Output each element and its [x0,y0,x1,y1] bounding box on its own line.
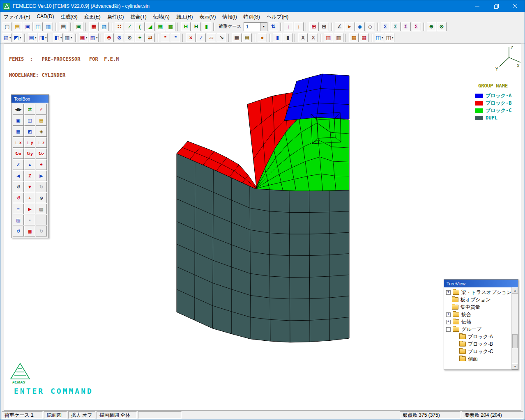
node-spray-button[interactable]: * [171,33,180,42]
beam-section-h-button[interactable]: H [181,22,191,31]
node-create-button[interactable]: ∷ [115,22,124,31]
menu-item-12[interactable]: ヘルプ(H) [263,12,292,21]
open-file-button[interactable]: ▤ [13,22,22,31]
section-bar-2-button[interactable]: ▮ [283,33,292,42]
animation-button[interactable]: ▧ [99,22,109,31]
pan-move-button[interactable]: + [24,193,35,203]
load-case-step-button[interactable]: ⇅ [269,22,278,31]
pan-view-button[interactable]: + [135,33,145,42]
menu-item-6[interactable]: 接合(T) [127,12,150,21]
fill-display-2-button[interactable]: ▩ [359,33,369,42]
anim-step-button[interactable]: ◀▶ [13,104,24,115]
close-button[interactable] [506,0,525,12]
pan-hand-button[interactable]: ◈ [36,126,47,137]
view-left-button[interactable]: ◀ [13,170,24,181]
pressure-table-button[interactable]: ⊞ [320,22,329,31]
pick-window-button[interactable]: ◩ [24,126,35,137]
delete-entity-button[interactable]: × [186,33,196,42]
menu-item-11[interactable]: 特別(S) [240,12,263,21]
menu-item-10[interactable]: 情報(I) [219,12,240,21]
rotate-y-button[interactable]: ↻y [24,148,35,159]
mass-table-2-button[interactable]: ▥ [334,33,343,42]
tree-item[interactable]: ブロック-C [444,348,511,355]
surface-create-button[interactable]: ◢ [145,22,155,31]
rotate-free-button[interactable]: ↺ [13,193,24,203]
tree-item[interactable]: 集中質量 [444,303,511,311]
mesh-create-button[interactable]: ▦ [156,22,165,31]
tree-item[interactable]: ブロック-A [444,333,511,340]
load-delete-button[interactable]: ↓ [294,22,304,31]
load-apply-button[interactable]: ↓ [284,22,293,31]
util-a-button[interactable]: ⊕ [427,22,436,31]
merge-nodes-button[interactable]: ⊕ [104,33,114,42]
group-display-button[interactable]: ▦▾ [79,33,88,42]
scroll-thumb[interactable] [512,334,518,348]
bar-section-button[interactable]: ▮ [202,22,211,31]
entity-display-button[interactable]: ◨▾ [38,33,48,42]
tree-item[interactable]: -グループ [444,326,511,333]
capture-image-button[interactable]: ▣ [74,22,83,31]
view-up-button[interactable]: ▲ [24,159,35,170]
modify-shape-button[interactable]: ▱ [207,33,216,42]
coordinate-transform-button[interactable]: ⇄ [145,33,155,42]
paste-window-button[interactable]: ▤ [36,115,47,126]
tree-item[interactable]: +接合 [444,311,511,318]
menu-item-8[interactable]: 施工(R) [173,12,196,21]
redraw-button[interactable]: ▦ [89,22,99,31]
data-table-button[interactable]: ▦ [232,33,242,42]
viewport[interactable]: ZYXFEMAS FEMIS : PRE-PROCESSOR FOR F.E.M… [4,43,521,411]
export-file-button[interactable]: ▥ [44,22,53,31]
calc-sum-button[interactable]: Σ [381,22,390,31]
treeview-title[interactable]: TreeView [444,280,518,287]
color-wheel-button[interactable]: ● [258,33,267,42]
print-view-button[interactable]: ▤ [36,204,47,214]
menu-item-7[interactable]: 伝熱(A) [150,12,173,21]
play-macro-button[interactable]: ▶ [24,204,35,214]
tree-item[interactable]: +伝熱 [444,318,511,326]
equivalence-check-button[interactable]: ⊗ [115,33,124,42]
tree-expander[interactable]: + [446,290,451,295]
save-file-button[interactable]: ▣ [23,22,32,31]
zoom-step-button[interactable]: ± [36,159,47,170]
scroll-down-button[interactable]: ▼ [512,363,518,370]
view-zx-button[interactable]: ∟x [13,137,24,148]
memo-note-button[interactable]: ▤ [242,33,252,42]
extra-tool-2-button[interactable]: ◫▾ [385,33,394,42]
menu-item-5[interactable]: 条件(C) [104,12,127,21]
rotate-x-button[interactable]: ↻x [13,148,24,159]
view-right-button[interactable]: ▶ [36,170,47,181]
menu-item-2[interactable]: CAD(D) [33,12,57,21]
axis-z-button[interactable]: Z [24,170,35,181]
save-view-button[interactable]: ◫ [33,22,43,31]
copy-multi-button[interactable]: ◫ [24,115,35,126]
scroll-track[interactable] [512,294,518,363]
rotate-z-button[interactable]: ↻z [36,148,47,159]
mass-table-1-button[interactable]: ▥ [324,33,333,42]
combo-dropdown-icon[interactable]: ▾ [260,23,267,31]
color-display-button[interactable]: ▦ [24,226,35,236]
tree-item[interactable]: +梁・トラスオプション [444,289,511,296]
tree-expander[interactable]: + [446,312,451,317]
shrink-display-button[interactable]: ◧▾ [53,33,63,42]
menu-item-3[interactable]: 生成(G) [57,12,81,21]
tree-expander[interactable]: + [446,320,451,324]
list-output-button[interactable]: ≡ [13,204,24,214]
group-color-button[interactable]: ▨▾ [89,33,99,42]
apply-check-button[interactable]: ✓ [36,104,47,115]
render-mode-button[interactable]: ◩▾ [13,33,22,42]
cut-entity-1-button[interactable]: X [298,33,308,42]
move-entity-button[interactable]: ↘ [217,33,226,42]
arc-create-button[interactable]: ( [135,22,145,31]
tree-scrollbar[interactable]: ▲ ▼ [511,287,518,370]
hatch-display-button[interactable]: ▨ [13,215,24,225]
measure-angle-button[interactable]: ∠ [335,22,344,31]
load-case-combobox[interactable]: 1▾ [244,22,267,31]
util-b-button[interactable]: ⊗ [437,22,447,31]
view-xy-button[interactable]: ∟z [36,137,47,148]
tree-item[interactable]: 側面 [444,355,511,363]
divide-element-button[interactable]: ∕ [196,33,206,42]
node-snow-remove-button[interactable]: * [161,33,170,42]
menu-item-4[interactable]: 変更(E) [81,12,104,21]
minimize-button[interactable] [468,0,487,12]
tree-expander[interactable]: - [446,327,451,332]
